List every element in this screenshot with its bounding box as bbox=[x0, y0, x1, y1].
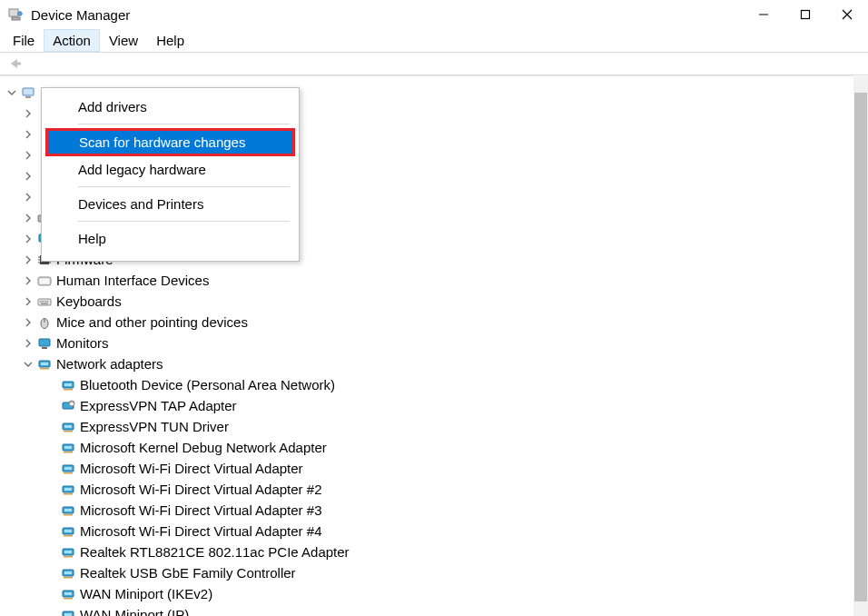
menu-separator bbox=[78, 124, 290, 124]
network-adapter-icon bbox=[60, 398, 76, 414]
network-adapter-icon bbox=[60, 544, 76, 561]
tree-item-label: Human Interface Devices bbox=[56, 270, 209, 291]
expand-icon[interactable] bbox=[22, 170, 35, 183]
menu-view[interactable]: View bbox=[100, 29, 147, 52]
tree-item-mice[interactable]: Mice and other pointing devices bbox=[5, 312, 853, 333]
minimize-button[interactable] bbox=[743, 0, 784, 29]
menu-item-help[interactable]: Help bbox=[42, 225, 299, 252]
tree-item-label: ExpressVPN TUN Driver bbox=[80, 416, 229, 437]
svg-rect-9 bbox=[25, 96, 31, 98]
tree-item[interactable]: ExpressVPN TUN Driver bbox=[5, 416, 853, 437]
expand-icon[interactable] bbox=[22, 149, 35, 162]
titlebar: Device Manager bbox=[0, 0, 868, 29]
svg-rect-38 bbox=[64, 383, 72, 386]
tree-item-keyboards[interactable]: Keyboards bbox=[5, 291, 853, 312]
network-adapter-icon bbox=[60, 607, 76, 617]
svg-rect-0 bbox=[9, 9, 18, 16]
tree-item-label: WAN Miniport (IP) bbox=[80, 604, 189, 616]
tree-item-network-adapters[interactable]: Network adapters bbox=[5, 353, 853, 374]
expand-icon[interactable] bbox=[22, 253, 35, 266]
svg-rect-32 bbox=[39, 339, 50, 346]
computer-icon bbox=[20, 84, 36, 101]
menu-item-add-legacy[interactable]: Add legacy hardware bbox=[42, 156, 299, 183]
svg-point-2 bbox=[18, 12, 22, 15]
expand-icon[interactable] bbox=[22, 191, 35, 204]
tree-item-monitors[interactable]: Monitors bbox=[5, 333, 853, 353]
svg-rect-36 bbox=[40, 368, 49, 370]
tree-item[interactable]: Microsoft Kernel Debug Network Adapter bbox=[5, 437, 853, 458]
svg-rect-64 bbox=[64, 571, 72, 574]
expand-icon[interactable] bbox=[22, 316, 35, 329]
expand-icon[interactable] bbox=[22, 233, 35, 245]
svg-rect-61 bbox=[64, 551, 72, 553]
tree-item[interactable]: WAN Miniport (IP) bbox=[5, 604, 853, 616]
menu-file[interactable]: File bbox=[4, 29, 44, 52]
svg-rect-59 bbox=[64, 535, 73, 537]
svg-rect-58 bbox=[64, 530, 72, 532]
hid-icon bbox=[36, 273, 53, 289]
expand-icon[interactable] bbox=[22, 107, 35, 120]
tree-item-label: ExpressVPN TAP Adapter bbox=[80, 395, 237, 416]
tree-item-label: Keyboards bbox=[56, 291, 122, 312]
menu-item-scan-hardware[interactable]: Scan for hardware changes bbox=[45, 128, 295, 156]
tree-item-hid[interactable]: Human Interface Devices bbox=[5, 270, 853, 291]
keyboard-icon bbox=[36, 293, 53, 310]
menu-separator bbox=[78, 186, 290, 187]
window-title: Device Manager bbox=[31, 7, 130, 23]
svg-rect-68 bbox=[64, 598, 73, 600]
svg-rect-23 bbox=[40, 278, 50, 283]
menu-action[interactable]: Action bbox=[44, 29, 100, 52]
tree-item[interactable]: Bluetooth Device (Personal Area Network) bbox=[5, 374, 853, 395]
network-adapter-icon bbox=[60, 482, 76, 498]
tree-item-label: Network adapters bbox=[56, 353, 163, 374]
tree-item-label: Microsoft Wi-Fi Direct Virtual Adapter bbox=[80, 458, 303, 479]
svg-rect-33 bbox=[42, 347, 47, 349]
app-icon bbox=[7, 6, 24, 23]
collapse-icon[interactable] bbox=[5, 86, 18, 99]
tree-item-label: Monitors bbox=[56, 333, 109, 353]
tree-item[interactable]: Microsoft Wi-Fi Direct Virtual Adapter #… bbox=[5, 479, 853, 500]
svg-rect-43 bbox=[64, 425, 72, 428]
back-button[interactable] bbox=[4, 53, 25, 75]
tree-item-label: Microsoft Wi-Fi Direct Virtual Adapter #… bbox=[80, 479, 321, 500]
menu-help[interactable]: Help bbox=[147, 29, 193, 52]
svg-rect-46 bbox=[64, 446, 72, 449]
svg-rect-55 bbox=[64, 509, 72, 512]
svg-rect-44 bbox=[64, 431, 73, 432]
menu-item-devices-printers[interactable]: Devices and Printers bbox=[42, 191, 299, 217]
expand-icon[interactable] bbox=[22, 212, 35, 224]
tree-item-label: Realtek RTL8821CE 802.11ac PCIe Adapter bbox=[80, 541, 350, 562]
expand-icon[interactable] bbox=[22, 337, 35, 350]
scrollbar-thumb[interactable] bbox=[854, 93, 867, 601]
expand-icon[interactable] bbox=[22, 274, 35, 287]
network-adapter-icon bbox=[60, 586, 76, 602]
network-adapter-icon bbox=[60, 502, 76, 519]
tree-item[interactable]: ExpressVPN TAP Adapter bbox=[5, 395, 853, 416]
tree-item[interactable]: Realtek RTL8821CE 802.11ac PCIe Adapter bbox=[5, 541, 853, 562]
svg-rect-52 bbox=[64, 488, 72, 491]
expand-icon[interactable] bbox=[22, 295, 35, 308]
expand-icon[interactable] bbox=[22, 128, 35, 141]
menu-item-add-drivers[interactable]: Add drivers bbox=[42, 94, 299, 120]
svg-rect-29 bbox=[41, 303, 48, 303]
network-adapter-icon bbox=[36, 356, 53, 373]
tree-item-label: Microsoft Wi-Fi Direct Virtual Adapter #… bbox=[80, 500, 321, 521]
network-adapter-icon bbox=[60, 419, 76, 435]
monitor-icon bbox=[36, 335, 53, 352]
svg-rect-8 bbox=[23, 88, 34, 95]
svg-rect-35 bbox=[41, 363, 48, 365]
svg-rect-1 bbox=[12, 17, 20, 20]
tree-item-label: Mice and other pointing devices bbox=[56, 312, 248, 333]
tree-item[interactable]: WAN Miniport (IKEv2) bbox=[5, 583, 853, 604]
collapse-icon[interactable] bbox=[22, 358, 35, 371]
tree-item[interactable]: Microsoft Wi-Fi Direct Virtual Adapter #… bbox=[5, 500, 853, 521]
svg-rect-50 bbox=[64, 472, 73, 474]
close-button[interactable] bbox=[826, 0, 868, 29]
maximize-button[interactable] bbox=[784, 0, 826, 29]
tree-item[interactable]: Microsoft Wi-Fi Direct Virtual Adapter bbox=[5, 458, 853, 479]
tree-item[interactable]: Realtek USB GbE Family Controller bbox=[5, 562, 853, 583]
svg-rect-28 bbox=[47, 301, 49, 303]
vertical-scrollbar[interactable] bbox=[853, 76, 868, 616]
svg-rect-53 bbox=[64, 493, 73, 495]
tree-item[interactable]: Microsoft Wi-Fi Direct Virtual Adapter #… bbox=[5, 521, 853, 541]
